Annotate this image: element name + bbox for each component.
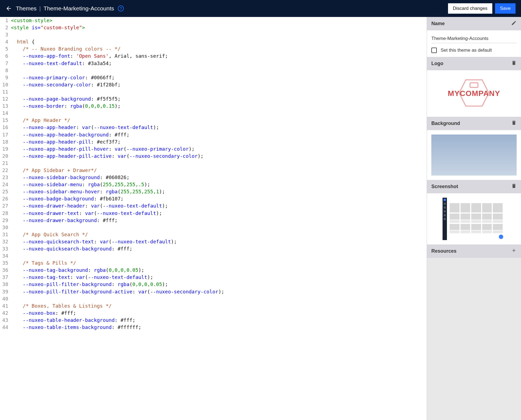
default-checkbox-label: Set this theme as default [441, 48, 492, 53]
topbar-left: Themes | Theme-Marketing-Accounts ? [5, 5, 124, 12]
name-section-body: Set this theme as default [427, 30, 521, 57]
properties-sidebar: Name Set this theme as default Logo [427, 17, 521, 420]
breadcrumb: Themes | Theme-Marketing-Accounts ? [16, 5, 124, 12]
logo-section-header: Logo [427, 57, 521, 70]
breadcrumb-current: Theme-Marketing-Accounts [43, 5, 114, 12]
resources-header-label: Resources [431, 248, 456, 254]
background-preview[interactable] [427, 130, 521, 180]
name-section-header: Name [427, 17, 521, 30]
screenshot-section-header: Screenshot [427, 180, 521, 193]
default-checkbox[interactable] [431, 48, 437, 53]
delete-screenshot-icon[interactable] [511, 183, 517, 190]
edit-icon[interactable] [511, 20, 517, 27]
background-gradient [431, 135, 517, 176]
add-resource-icon[interactable] [511, 248, 517, 255]
back-arrow-icon[interactable] [5, 5, 12, 12]
resources-section-header: Resources [427, 244, 521, 258]
background-section-header: Background [427, 117, 521, 130]
save-button[interactable]: Save [495, 3, 516, 14]
code-editor[interactable]: 1<custom-style>2<style is="custom-style"… [0, 17, 427, 420]
name-header-label: Name [431, 21, 445, 27]
logo-text: MYCOMPANY [448, 89, 500, 98]
logo-header-label: Logo [431, 61, 443, 66]
screenshot-header-label: Screenshot [431, 184, 458, 189]
screenshot-preview[interactable] [427, 193, 521, 244]
breadcrumb-separator: | [39, 5, 41, 12]
delete-background-icon[interactable] [511, 120, 517, 127]
topbar-actions: Discard changes Save [448, 3, 516, 14]
background-header-label: Background [431, 121, 460, 126]
topbar: Themes | Theme-Marketing-Accounts ? Disc… [0, 0, 521, 17]
delete-logo-icon[interactable] [511, 60, 517, 67]
main-layout: 1<custom-style>2<style is="custom-style"… [0, 17, 521, 420]
breadcrumb-root[interactable]: Themes [16, 5, 37, 12]
help-icon[interactable]: ? [118, 5, 124, 11]
theme-name-input[interactable] [431, 34, 517, 43]
svg-rect-1 [470, 83, 478, 88]
logo-preview[interactable]: MYCOMPANY [427, 70, 521, 117]
discard-button[interactable]: Discard changes [448, 3, 493, 14]
